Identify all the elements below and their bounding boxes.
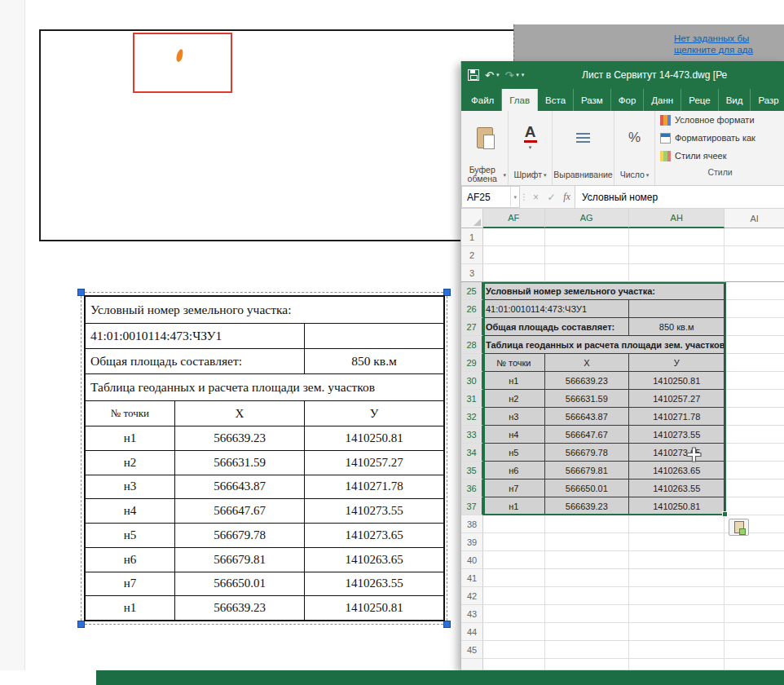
- cell[interactable]: н1: [483, 372, 545, 390]
- cell[interactable]: [629, 659, 725, 670]
- cell[interactable]: Таблица геоданных и расчета площади зем.…: [483, 336, 725, 354]
- grip-bottom-left[interactable]: [77, 621, 85, 628]
- cell[interactable]: [725, 372, 784, 390]
- cell[interactable]: [483, 551, 545, 569]
- cell[interactable]: 566679.78: [545, 444, 629, 462]
- cell[interactable]: [725, 623, 784, 641]
- cell[interactable]: [725, 533, 784, 551]
- cell[interactable]: 1410263.65: [629, 462, 725, 480]
- cell[interactable]: 566643.87: [545, 408, 629, 426]
- cell[interactable]: [483, 569, 545, 587]
- conditional-formatting-button[interactable]: Условное формати: [655, 111, 784, 129]
- cell[interactable]: [629, 623, 725, 641]
- cell[interactable]: [725, 228, 784, 246]
- cell[interactable]: 1410273.65: [629, 444, 725, 462]
- cell[interactable]: н7: [483, 480, 545, 497]
- cell[interactable]: [725, 390, 784, 408]
- alignment-icon[interactable]: [576, 130, 590, 145]
- cell[interactable]: [545, 551, 629, 569]
- undo-icon[interactable]: ↶: [485, 70, 494, 81]
- cell[interactable]: [725, 318, 784, 336]
- tab-Разм[interactable]: Разм: [574, 89, 611, 111]
- cell[interactable]: 566647.67: [545, 426, 629, 444]
- cell[interactable]: [629, 228, 725, 246]
- cell[interactable]: У: [629, 354, 725, 372]
- cell[interactable]: 566679.81: [545, 462, 629, 480]
- cell[interactable]: Условный номер земельного участка:: [483, 282, 725, 300]
- row-header-37[interactable]: 37: [461, 497, 483, 515]
- font-group-label[interactable]: Шрифт ▾: [509, 164, 552, 185]
- cell[interactable]: [483, 533, 545, 551]
- cell[interactable]: [545, 659, 629, 670]
- insert-function-icon[interactable]: fx: [559, 186, 575, 208]
- clipboard-group-label[interactable]: Буфер обмена ▾: [461, 164, 508, 185]
- cell[interactable]: [629, 641, 725, 659]
- cell[interactable]: [483, 515, 545, 533]
- row-header-26[interactable]: 26: [461, 300, 483, 318]
- cell[interactable]: [725, 480, 784, 497]
- cell[interactable]: [725, 336, 784, 354]
- cell[interactable]: [725, 408, 784, 426]
- cell[interactable]: [629, 569, 725, 587]
- redo-icon[interactable]: ↷: [504, 70, 513, 81]
- cell[interactable]: [725, 462, 784, 480]
- cell[interactable]: 1410257.27: [629, 390, 725, 408]
- row-header-42[interactable]: 42: [461, 587, 483, 605]
- undo-caret-icon[interactable]: ▾: [496, 72, 500, 78]
- row-header-1[interactable]: 1: [461, 228, 483, 246]
- row-header-41[interactable]: 41: [461, 569, 483, 587]
- cell[interactable]: [545, 641, 629, 659]
- row-header-40[interactable]: 40: [461, 551, 483, 569]
- tab-Фор[interactable]: Фор: [611, 89, 645, 111]
- column-header-AH[interactable]: AH: [629, 209, 725, 228]
- cell[interactable]: [725, 497, 784, 515]
- cell[interactable]: [725, 282, 784, 300]
- cell[interactable]: 566639.23: [545, 372, 629, 390]
- cell[interactable]: н4: [483, 426, 545, 444]
- cell[interactable]: [725, 246, 784, 264]
- cell-styles-button[interactable]: Стили ячеек: [655, 147, 784, 165]
- row-header-34[interactable]: 34: [461, 444, 483, 462]
- font-icon[interactable]: А ▾: [524, 124, 537, 151]
- cell[interactable]: [545, 587, 629, 605]
- row-header-3[interactable]: 3: [461, 264, 483, 282]
- cell[interactable]: 41:01:0010114:473:ЧЗУ1: [483, 300, 629, 318]
- qat-customize-icon[interactable]: ▾: [522, 72, 525, 78]
- row-header-44[interactable]: 44: [461, 623, 483, 641]
- column-header-AI[interactable]: AI: [725, 209, 784, 228]
- row-header-36[interactable]: 36: [461, 480, 483, 497]
- formula-input[interactable]: Условный номер: [575, 186, 784, 208]
- cell[interactable]: н2: [483, 390, 545, 408]
- cell[interactable]: [629, 264, 725, 282]
- cell[interactable]: н1: [483, 497, 545, 515]
- tab-Данн[interactable]: Данн: [644, 89, 681, 111]
- row-header-2[interactable]: 2: [461, 246, 483, 264]
- cell[interactable]: 566631.59: [545, 390, 629, 408]
- row-header-39[interactable]: 39: [461, 533, 483, 551]
- cell[interactable]: [629, 515, 725, 533]
- cell[interactable]: [483, 623, 545, 641]
- cell[interactable]: [545, 515, 629, 533]
- cell[interactable]: [483, 587, 545, 605]
- cell[interactable]: [725, 551, 784, 569]
- cell[interactable]: 1410250.81: [629, 372, 725, 390]
- cell[interactable]: [629, 246, 725, 264]
- tab-Вста[interactable]: Вста: [538, 89, 574, 111]
- row-header-30[interactable]: 30: [461, 372, 483, 390]
- cell[interactable]: [483, 641, 545, 659]
- row-header-32[interactable]: 32: [461, 408, 483, 426]
- row-header-27[interactable]: 27: [461, 318, 483, 336]
- cell[interactable]: н3: [483, 408, 545, 426]
- save-icon[interactable]: [468, 69, 479, 81]
- column-header-AF[interactable]: AF: [483, 209, 545, 228]
- cell[interactable]: 1410271.78: [629, 408, 725, 426]
- cell[interactable]: 850 кв.м: [629, 318, 725, 336]
- tab-Глав[interactable]: Глав: [502, 89, 538, 111]
- cell[interactable]: [545, 246, 629, 264]
- cell[interactable]: [725, 641, 784, 659]
- cell[interactable]: [725, 569, 784, 587]
- cell[interactable]: [725, 659, 784, 670]
- cell[interactable]: [725, 587, 784, 605]
- cell[interactable]: [725, 444, 784, 462]
- select-all-corner[interactable]: [461, 209, 483, 228]
